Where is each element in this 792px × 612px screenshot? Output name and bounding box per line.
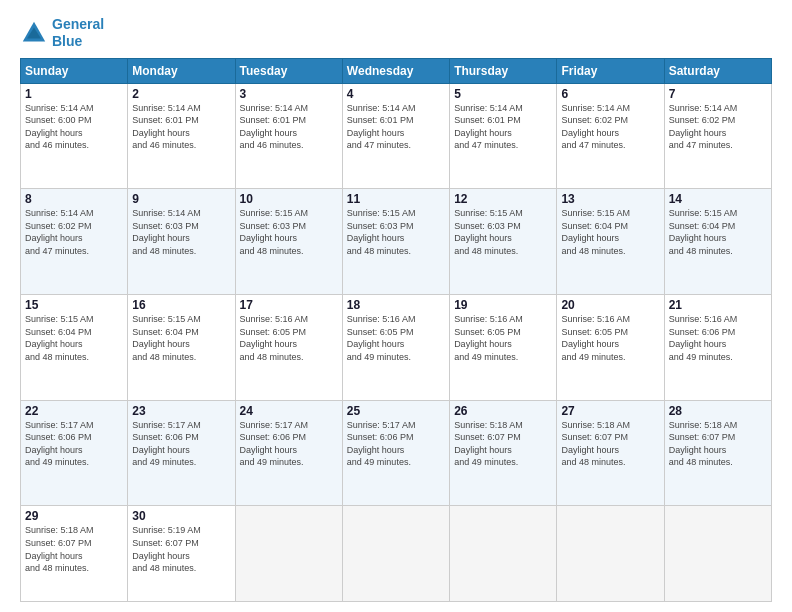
- sunrise-text: Sunrise: 5:17 AM: [132, 420, 201, 430]
- daylight-label: Daylight hours: [25, 445, 83, 455]
- page: General Blue SundayMondayTuesdayWednesda…: [0, 0, 792, 612]
- calendar-cell: 30Sunrise: 5:19 AMSunset: 6:07 PMDayligh…: [128, 506, 235, 602]
- calendar-cell: [342, 506, 449, 602]
- sunrise-text: Sunrise: 5:17 AM: [347, 420, 416, 430]
- daylight-label: Daylight hours: [240, 445, 298, 455]
- calendar-cell: 10Sunrise: 5:15 AMSunset: 6:03 PMDayligh…: [235, 189, 342, 295]
- daylight-duration: and 47 minutes.: [454, 140, 518, 150]
- day-number: 21: [669, 298, 767, 312]
- day-info: Sunrise: 5:16 AMSunset: 6:06 PMDaylight …: [669, 313, 767, 363]
- day-info: Sunrise: 5:18 AMSunset: 6:07 PMDaylight …: [669, 419, 767, 469]
- sunset-text: Sunset: 6:05 PM: [561, 327, 628, 337]
- sunset-text: Sunset: 6:06 PM: [240, 432, 307, 442]
- day-info: Sunrise: 5:16 AMSunset: 6:05 PMDaylight …: [347, 313, 445, 363]
- daylight-label: Daylight hours: [454, 128, 512, 138]
- day-info: Sunrise: 5:17 AMSunset: 6:06 PMDaylight …: [132, 419, 230, 469]
- daylight-duration: and 49 minutes.: [347, 352, 411, 362]
- sunrise-text: Sunrise: 5:14 AM: [132, 208, 201, 218]
- calendar-cell: 22Sunrise: 5:17 AMSunset: 6:06 PMDayligh…: [21, 400, 128, 506]
- calendar-cell: 26Sunrise: 5:18 AMSunset: 6:07 PMDayligh…: [450, 400, 557, 506]
- sunrise-text: Sunrise: 5:14 AM: [561, 103, 630, 113]
- day-info: Sunrise: 5:14 AMSunset: 6:01 PMDaylight …: [240, 102, 338, 152]
- sunrise-text: Sunrise: 5:18 AM: [561, 420, 630, 430]
- daylight-duration: and 48 minutes.: [347, 246, 411, 256]
- day-number: 19: [454, 298, 552, 312]
- calendar-cell: 2Sunrise: 5:14 AMSunset: 6:01 PMDaylight…: [128, 83, 235, 189]
- sunset-text: Sunset: 6:01 PM: [454, 115, 521, 125]
- daylight-duration: and 49 minutes.: [454, 352, 518, 362]
- day-number: 24: [240, 404, 338, 418]
- sunset-text: Sunset: 6:03 PM: [132, 221, 199, 231]
- daylight-duration: and 49 minutes.: [561, 352, 625, 362]
- sunrise-text: Sunrise: 5:14 AM: [25, 208, 94, 218]
- daylight-duration: and 47 minutes.: [25, 246, 89, 256]
- day-info: Sunrise: 5:14 AMSunset: 6:01 PMDaylight …: [454, 102, 552, 152]
- daylight-label: Daylight hours: [132, 551, 190, 561]
- day-info: Sunrise: 5:18 AMSunset: 6:07 PMDaylight …: [561, 419, 659, 469]
- daylight-label: Daylight hours: [25, 233, 83, 243]
- sunrise-text: Sunrise: 5:14 AM: [454, 103, 523, 113]
- daylight-duration: and 46 minutes.: [25, 140, 89, 150]
- weekday-header: Sunday: [21, 58, 128, 83]
- day-number: 27: [561, 404, 659, 418]
- sunset-text: Sunset: 6:07 PM: [669, 432, 736, 442]
- sunset-text: Sunset: 6:05 PM: [454, 327, 521, 337]
- calendar-cell: [235, 506, 342, 602]
- sunset-text: Sunset: 6:00 PM: [25, 115, 92, 125]
- sunrise-text: Sunrise: 5:15 AM: [25, 314, 94, 324]
- daylight-label: Daylight hours: [669, 339, 727, 349]
- sunset-text: Sunset: 6:06 PM: [25, 432, 92, 442]
- day-number: 4: [347, 87, 445, 101]
- day-info: Sunrise: 5:16 AMSunset: 6:05 PMDaylight …: [454, 313, 552, 363]
- daylight-label: Daylight hours: [669, 445, 727, 455]
- daylight-duration: and 46 minutes.: [240, 140, 304, 150]
- day-number: 3: [240, 87, 338, 101]
- weekday-header: Friday: [557, 58, 664, 83]
- sunrise-text: Sunrise: 5:18 AM: [669, 420, 738, 430]
- sunset-text: Sunset: 6:02 PM: [669, 115, 736, 125]
- daylight-label: Daylight hours: [561, 233, 619, 243]
- day-number: 11: [347, 192, 445, 206]
- header: General Blue: [20, 16, 772, 50]
- calendar-cell: 21Sunrise: 5:16 AMSunset: 6:06 PMDayligh…: [664, 294, 771, 400]
- weekday-header: Thursday: [450, 58, 557, 83]
- daylight-duration: and 48 minutes.: [132, 563, 196, 573]
- day-info: Sunrise: 5:16 AMSunset: 6:05 PMDaylight …: [561, 313, 659, 363]
- day-number: 17: [240, 298, 338, 312]
- weekday-header: Wednesday: [342, 58, 449, 83]
- daylight-duration: and 47 minutes.: [669, 140, 733, 150]
- day-number: 14: [669, 192, 767, 206]
- calendar-cell: 3Sunrise: 5:14 AMSunset: 6:01 PMDaylight…: [235, 83, 342, 189]
- day-info: Sunrise: 5:14 AMSunset: 6:01 PMDaylight …: [132, 102, 230, 152]
- sunset-text: Sunset: 6:06 PM: [669, 327, 736, 337]
- sunset-text: Sunset: 6:04 PM: [25, 327, 92, 337]
- daylight-duration: and 48 minutes.: [240, 246, 304, 256]
- daylight-duration: and 48 minutes.: [561, 457, 625, 467]
- calendar-cell: 1Sunrise: 5:14 AMSunset: 6:00 PMDaylight…: [21, 83, 128, 189]
- day-info: Sunrise: 5:15 AMSunset: 6:04 PMDaylight …: [669, 207, 767, 257]
- sunrise-text: Sunrise: 5:16 AM: [240, 314, 309, 324]
- sunset-text: Sunset: 6:07 PM: [25, 538, 92, 548]
- day-number: 22: [25, 404, 123, 418]
- day-number: 28: [669, 404, 767, 418]
- daylight-label: Daylight hours: [240, 233, 298, 243]
- weekday-header: Tuesday: [235, 58, 342, 83]
- day-number: 1: [25, 87, 123, 101]
- sunrise-text: Sunrise: 5:15 AM: [669, 208, 738, 218]
- sunrise-text: Sunrise: 5:18 AM: [25, 525, 94, 535]
- daylight-duration: and 49 minutes.: [240, 457, 304, 467]
- daylight-duration: and 48 minutes.: [669, 457, 733, 467]
- daylight-duration: and 48 minutes.: [132, 352, 196, 362]
- daylight-label: Daylight hours: [347, 445, 405, 455]
- sunset-text: Sunset: 6:07 PM: [454, 432, 521, 442]
- sunset-text: Sunset: 6:07 PM: [561, 432, 628, 442]
- sunrise-text: Sunrise: 5:14 AM: [240, 103, 309, 113]
- sunrise-text: Sunrise: 5:17 AM: [240, 420, 309, 430]
- daylight-duration: and 48 minutes.: [240, 352, 304, 362]
- day-number: 16: [132, 298, 230, 312]
- calendar-cell: 16Sunrise: 5:15 AMSunset: 6:04 PMDayligh…: [128, 294, 235, 400]
- day-number: 9: [132, 192, 230, 206]
- daylight-duration: and 46 minutes.: [132, 140, 196, 150]
- day-number: 2: [132, 87, 230, 101]
- sunset-text: Sunset: 6:05 PM: [240, 327, 307, 337]
